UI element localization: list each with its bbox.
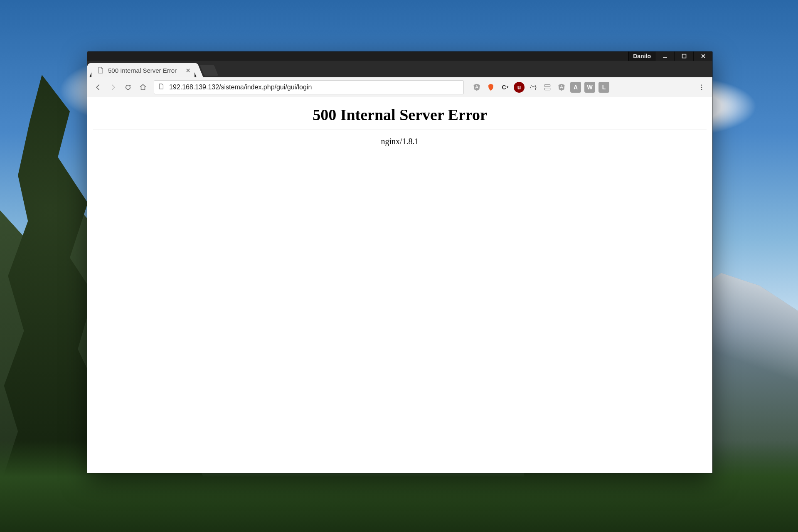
extension-angular-2[interactable] — [556, 82, 567, 93]
home-button[interactable] — [136, 81, 150, 94]
extension-a-label: A — [574, 84, 578, 91]
extension-angular[interactable] — [471, 82, 482, 93]
browser-window: Danilo 500 Internal Server Error — [87, 52, 712, 473]
extension-dev[interactable] — [542, 82, 553, 93]
svg-point-9 — [701, 86, 702, 88]
svg-point-10 — [701, 89, 702, 90]
close-window-button[interactable] — [693, 52, 712, 61]
reload-icon — [124, 84, 132, 91]
reload-button[interactable] — [121, 81, 135, 94]
divider — [93, 130, 707, 130]
extension-a[interactable]: A — [570, 82, 581, 93]
extensions-row: C▾ u {=} A W L — [471, 82, 609, 93]
error-heading: 500 Internal Server Error — [93, 106, 707, 124]
extension-brackets[interactable]: {=} — [528, 82, 539, 93]
file-icon — [158, 84, 164, 91]
svg-rect-1 — [682, 54, 686, 58]
arrow-right-icon — [109, 84, 117, 91]
close-tab-button[interactable] — [185, 67, 191, 74]
svg-rect-7 — [544, 88, 550, 90]
file-icon — [97, 67, 104, 74]
forward-button[interactable] — [106, 81, 120, 94]
extension-brave[interactable] — [485, 82, 496, 93]
arrow-left-icon — [94, 84, 102, 91]
ublock-icon: u — [517, 84, 521, 91]
home-icon — [139, 84, 147, 91]
server-signature: nginx/1.8.1 — [93, 137, 707, 146]
shield-lion-icon — [487, 83, 495, 91]
browser-menu-button[interactable] — [695, 81, 708, 94]
extension-c-label: C — [502, 84, 506, 91]
angular-icon — [473, 83, 481, 91]
profile-label: Danilo — [633, 53, 651, 59]
maximize-button[interactable] — [674, 52, 693, 61]
page-viewport: 500 Internal Server Error nginx/1.8.1 — [87, 97, 712, 473]
brackets-icon: {=} — [530, 84, 536, 90]
extension-c[interactable]: C▾ — [500, 82, 510, 93]
browser-tab[interactable]: 500 Internal Server Error — [91, 63, 195, 77]
browser-toolbar: C▾ u {=} A W L — [87, 77, 712, 97]
profile-button[interactable]: Danilo — [628, 52, 655, 61]
address-bar[interactable] — [154, 80, 464, 94]
minimize-icon — [662, 53, 668, 59]
minimize-button[interactable] — [655, 52, 674, 61]
angular-icon — [557, 83, 566, 91]
close-icon — [186, 68, 190, 73]
extension-w[interactable]: W — [584, 82, 595, 93]
maximize-icon — [681, 53, 687, 59]
extension-l[interactable]: L — [598, 82, 609, 93]
new-tab-button[interactable] — [200, 65, 219, 76]
svg-rect-6 — [544, 84, 550, 86]
extension-l-label: L — [602, 84, 606, 91]
svg-point-8 — [701, 84, 702, 86]
kebab-menu-icon — [698, 84, 705, 91]
tab-strip: 500 Internal Server Error — [87, 61, 712, 77]
back-button[interactable] — [91, 81, 105, 94]
tab-title: 500 Internal Server Error — [108, 67, 177, 74]
extension-ublock[interactable]: u — [514, 82, 525, 93]
url-input[interactable] — [169, 84, 459, 91]
extension-w-label: W — [587, 84, 592, 91]
server-icon — [543, 83, 552, 91]
window-titlebar[interactable]: Danilo — [87, 52, 712, 61]
close-icon — [700, 53, 706, 59]
